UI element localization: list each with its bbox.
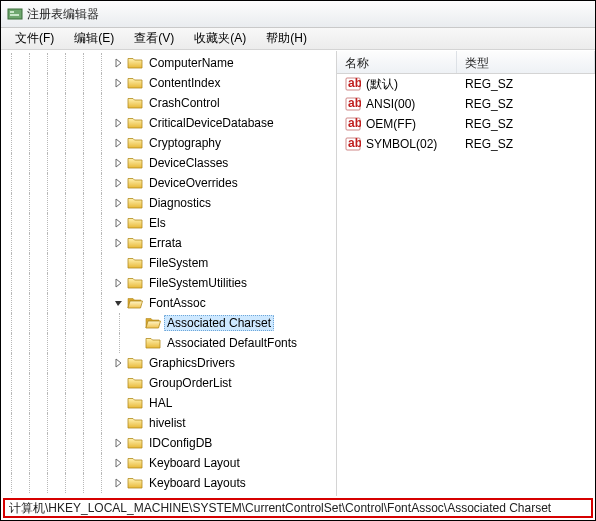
col-name[interactable]: 名称 — [337, 51, 457, 73]
folder-icon — [127, 175, 143, 191]
tree-item-filesystem[interactable]: FileSystem — [3, 253, 336, 273]
status-path: 计算机\HKEY_LOCAL_MACHINE\SYSTEM\CurrentCon… — [9, 500, 551, 517]
expander-open-icon[interactable] — [111, 296, 125, 310]
list-row[interactable]: SYMBOL(02)REG_SZ — [337, 134, 595, 154]
expander-closed-icon[interactable] — [111, 276, 125, 290]
folder-open-icon — [127, 295, 143, 311]
list-pane: 名称 类型 (默认)REG_SZANSI(00)REG_SZOEM(FF)REG… — [337, 51, 595, 496]
tree-item-label: hivelist — [146, 415, 189, 431]
tree-item-contentindex[interactable]: ContentIndex — [3, 73, 336, 93]
tree-item-idconfigdb[interactable]: IDConfigDB — [3, 433, 336, 453]
tree-item-label: IDConfigDB — [146, 435, 215, 451]
expander-closed-icon[interactable] — [111, 196, 125, 210]
folder-icon — [145, 335, 161, 351]
tree-item-cryptography[interactable]: Cryptography — [3, 133, 336, 153]
tree-item-label: FileSystem — [146, 255, 211, 271]
list-header: 名称 类型 — [337, 51, 595, 74]
tree-item-criticaldevicedatabase[interactable]: CriticalDeviceDatabase — [3, 113, 336, 133]
tree-pane: ComputerNameContentIndexCrashControlCrit… — [1, 51, 337, 496]
folder-icon — [127, 95, 143, 111]
value-name: OEM(FF) — [366, 117, 416, 131]
folder-icon — [127, 395, 143, 411]
tree-item-label: Keyboard Layout — [146, 455, 243, 471]
value-type: REG_SZ — [457, 76, 595, 92]
tree-item-hal[interactable]: HAL — [3, 393, 336, 413]
tree-item-keyboard-layouts[interactable]: Keyboard Layouts — [3, 473, 336, 493]
tree-item-label: FontAssoc — [146, 295, 209, 311]
expander-closed-icon[interactable] — [111, 176, 125, 190]
folder-icon — [127, 455, 143, 471]
expander-closed-icon[interactable] — [111, 136, 125, 150]
tree-item-deviceclasses[interactable]: DeviceClasses — [3, 153, 336, 173]
expander-closed-icon[interactable] — [111, 356, 125, 370]
folder-icon — [127, 75, 143, 91]
tree-item-label: Errata — [146, 235, 185, 251]
tree-item-label: DeviceClasses — [146, 155, 231, 171]
menu-bar: 文件(F) 编辑(E) 查看(V) 收藏夹(A) 帮助(H) — [1, 28, 595, 50]
expander-closed-icon[interactable] — [111, 436, 125, 450]
tree-item-associated-defaultfonts[interactable]: Associated DefaultFonts — [3, 333, 336, 353]
tree-item-label: CriticalDeviceDatabase — [146, 115, 277, 131]
folder-icon — [127, 135, 143, 151]
folder-icon — [127, 255, 143, 271]
folder-icon — [127, 55, 143, 71]
tree-item-deviceoverrides[interactable]: DeviceOverrides — [3, 173, 336, 193]
reg-string-icon — [345, 76, 361, 92]
expander-closed-icon[interactable] — [111, 456, 125, 470]
tree-item-crashcontrol[interactable]: CrashControl — [3, 93, 336, 113]
folder-icon — [127, 275, 143, 291]
tree-item-els[interactable]: Els — [3, 213, 336, 233]
tree-item-label: Cryptography — [146, 135, 224, 151]
tree-item-errata[interactable]: Errata — [3, 233, 336, 253]
tree-item-fontassoc[interactable]: FontAssoc — [3, 293, 336, 313]
reg-string-icon — [345, 96, 361, 112]
tree-item-label: DeviceOverrides — [146, 175, 241, 191]
menu-favorites[interactable]: 收藏夹(A) — [184, 28, 256, 49]
reg-string-icon — [345, 136, 361, 152]
list-row[interactable]: (默认)REG_SZ — [337, 74, 595, 94]
window-title: 注册表编辑器 — [27, 6, 99, 23]
status-bar: 计算机\HKEY_LOCAL_MACHINE\SYSTEM\CurrentCon… — [3, 498, 593, 518]
tree-item-label: GroupOrderList — [146, 375, 235, 391]
tree-item-hivelist[interactable]: hivelist — [3, 413, 336, 433]
value-type: REG_SZ — [457, 96, 595, 112]
tree-view[interactable]: ComputerNameContentIndexCrashControlCrit… — [1, 51, 336, 496]
list-row[interactable]: OEM(FF)REG_SZ — [337, 114, 595, 134]
tree-item-grouporderlist[interactable]: GroupOrderList — [3, 373, 336, 393]
expander-closed-icon[interactable] — [111, 216, 125, 230]
menu-view[interactable]: 查看(V) — [124, 28, 184, 49]
tree-item-diagnostics[interactable]: Diagnostics — [3, 193, 336, 213]
expander-closed-icon[interactable] — [111, 236, 125, 250]
expander-closed-icon[interactable] — [111, 116, 125, 130]
value-type: REG_SZ — [457, 136, 595, 152]
app-icon — [7, 6, 23, 22]
expander-closed-icon[interactable] — [111, 156, 125, 170]
expander-closed-icon[interactable] — [111, 476, 125, 490]
folder-icon — [127, 235, 143, 251]
folder-icon — [127, 195, 143, 211]
tree-item-label: ContentIndex — [146, 75, 223, 91]
folder-icon — [127, 415, 143, 431]
tree-item-associated-charset[interactable]: Associated Charset — [3, 313, 336, 333]
tree-item-filesystemutilities[interactable]: FileSystemUtilities — [3, 273, 336, 293]
tree-item-graphicsdrivers[interactable]: GraphicsDrivers — [3, 353, 336, 373]
menu-edit[interactable]: 编辑(E) — [64, 28, 124, 49]
menu-file[interactable]: 文件(F) — [5, 28, 64, 49]
tree-item-label: Keyboard Layouts — [146, 475, 249, 491]
title-bar: 注册表编辑器 — [1, 1, 595, 28]
expander-closed-icon[interactable] — [111, 56, 125, 70]
work-area: ComputerNameContentIndexCrashControlCrit… — [1, 50, 595, 496]
list-view[interactable]: (默认)REG_SZANSI(00)REG_SZOEM(FF)REG_SZSYM… — [337, 74, 595, 496]
list-row[interactable]: ANSI(00)REG_SZ — [337, 94, 595, 114]
tree-item-label: Diagnostics — [146, 195, 214, 211]
value-name: SYMBOL(02) — [366, 137, 437, 151]
expander-closed-icon[interactable] — [111, 76, 125, 90]
tree-item-computername[interactable]: ComputerName — [3, 53, 336, 73]
tree-item-keyboard-layout[interactable]: Keyboard Layout — [3, 453, 336, 473]
value-type: REG_SZ — [457, 116, 595, 132]
reg-string-icon — [345, 116, 361, 132]
menu-help[interactable]: 帮助(H) — [256, 28, 317, 49]
folder-icon — [127, 435, 143, 451]
col-type[interactable]: 类型 — [457, 51, 595, 73]
tree-item-label: Els — [146, 215, 169, 231]
